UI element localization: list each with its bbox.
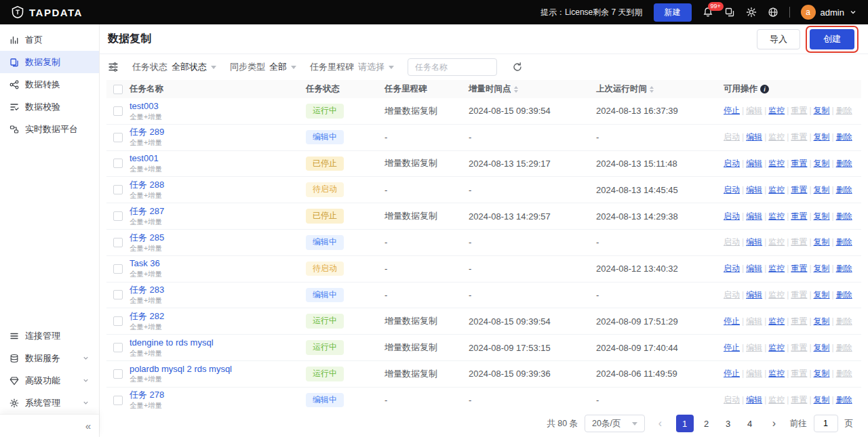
stop-action-link[interactable]: 停止 [724,369,740,378]
prev-page-button[interactable]: ‹ [652,415,669,432]
copy-action-link[interactable]: 复制 [814,237,830,247]
sidebar-item-realtime-platform[interactable]: 实时数据平台 [0,118,99,140]
delete-action-link[interactable]: 删除 [836,132,852,142]
edit-action-link[interactable]: 编辑 [746,132,762,142]
sort-icon[interactable] [650,86,654,93]
monitor-action-link[interactable]: 监控 [768,211,785,221]
edit-action-link[interactable]: 编辑 [746,211,762,221]
task-name-link[interactable]: 任务 278 [130,390,306,401]
task-name-link[interactable]: Task 36 [130,258,306,270]
sidebar-item-data-validation[interactable]: 数据校验 [0,96,99,118]
copy-action-link[interactable]: 复制 [814,211,830,221]
copy-action-link[interactable]: 复制 [814,159,830,168]
reset-action-link[interactable]: 重置 [791,264,807,273]
sidebar-item-home[interactable]: 首页 [0,28,99,51]
stop-action-link[interactable]: 停止 [724,316,740,326]
task-name-link[interactable]: 任务 287 [130,206,306,217]
goto-page-input[interactable] [814,415,838,432]
row-checkbox[interactable] [113,264,123,274]
delete-action-link[interactable]: 删除 [836,264,852,273]
task-name-link[interactable]: polardb mysql 2 rds mysql [130,364,306,375]
copy-action-link[interactable]: 复制 [814,264,830,273]
delete-action-link[interactable]: 删除 [836,237,852,247]
delete-action-link[interactable]: 删除 [836,211,852,221]
edit-action-link[interactable]: 编辑 [746,159,762,168]
user-menu[interactable]: a admin [801,5,857,20]
row-checkbox[interactable] [113,316,123,326]
sidebar-item-system[interactable]: 系统管理 [0,392,99,414]
page-1-button[interactable]: 1 [676,415,694,432]
language-globe-icon[interactable] [768,7,778,18]
workspace-windows-icon[interactable] [724,7,735,18]
row-checkbox[interactable] [113,211,123,221]
monitor-action-link[interactable]: 监控 [768,159,785,168]
edit-action-link[interactable]: 编辑 [746,395,762,404]
start-action-link[interactable]: 启动 [724,264,740,273]
delete-action-link[interactable]: 删除 [836,159,852,168]
sidebar-item-data-replication[interactable]: 数据复制 [0,51,99,73]
edit-action-link[interactable]: 编辑 [746,290,762,299]
edit-action-link[interactable]: 编辑 [746,237,762,247]
copy-action-link[interactable]: 复制 [814,316,830,326]
info-icon[interactable] [760,85,769,93]
monitor-action-link[interactable]: 监控 [768,185,785,194]
next-page-button[interactable]: › [766,415,783,432]
task-name-link[interactable]: tdengine to rds mysql [130,337,306,349]
row-checkbox[interactable] [113,106,123,116]
row-checkbox[interactable] [113,185,123,194]
sidebar-item-connections[interactable]: 连接管理 [0,325,99,347]
page-size-select[interactable]: 20条/页 [585,415,644,432]
delete-action-link[interactable]: 删除 [836,395,852,404]
import-button[interactable]: 导入 [757,29,800,49]
page-4-button[interactable]: 4 [741,415,759,432]
task-name-link[interactable]: 任务 289 [130,127,306,138]
page-3-button[interactable]: 3 [719,415,737,432]
copy-action-link[interactable]: 复制 [814,369,830,378]
monitor-action-link[interactable]: 监控 [768,264,785,273]
copy-action-link[interactable]: 复制 [814,395,830,404]
delete-action-link[interactable]: 删除 [836,185,852,194]
monitor-action-link[interactable]: 监控 [768,316,785,326]
create-button[interactable]: 创建 [810,29,854,49]
delete-action-link[interactable]: 删除 [836,290,852,299]
start-action-link[interactable]: 启动 [724,211,740,221]
start-action-link[interactable]: 启动 [724,159,740,168]
reset-action-link[interactable]: 重置 [791,185,807,194]
row-checkbox[interactable] [113,396,123,405]
start-action-link[interactable]: 启动 [724,185,740,194]
task-name-link[interactable]: 任务 288 [130,180,306,191]
sidebar-item-data-services[interactable]: 数据服务 [0,347,99,369]
page-2-button[interactable]: 2 [698,415,715,432]
milestone-filter[interactable]: 任务里程碑 请选择 [310,61,394,73]
sync-type-filter[interactable]: 同步类型 全部 [230,61,296,73]
sidebar-item-data-transform[interactable]: 数据转换 [0,73,99,96]
filter-icon[interactable] [108,62,119,72]
sidebar-collapse-button[interactable]: « [0,414,99,437]
task-name-search-input[interactable] [408,58,497,76]
refresh-button[interactable] [511,60,524,74]
copy-action-link[interactable]: 复制 [814,106,830,115]
row-checkbox[interactable] [113,133,123,142]
copy-action-link[interactable]: 复制 [814,290,830,299]
task-name-link[interactable]: test001 [130,153,306,165]
stop-action-link[interactable]: 停止 [724,343,740,352]
stop-action-link[interactable]: 停止 [724,106,740,115]
new-button[interactable]: 新建 [654,3,692,22]
settings-gear-icon[interactable] [746,7,757,18]
sidebar-item-advanced[interactable]: 高级功能 [0,369,99,392]
edit-action-link[interactable]: 编辑 [746,185,762,194]
row-checkbox[interactable] [113,369,123,379]
reset-action-link[interactable]: 重置 [791,159,807,168]
row-checkbox[interactable] [113,238,123,247]
select-all-checkbox[interactable] [113,85,123,94]
copy-action-link[interactable]: 复制 [814,132,830,142]
row-checkbox[interactable] [113,159,123,168]
sort-icon[interactable] [514,86,518,93]
task-name-link[interactable]: 任务 285 [130,232,306,244]
notification-bell-icon[interactable]: 99+ [703,7,713,18]
task-status-filter[interactable]: 任务状态 全部状态 [132,61,216,73]
edit-action-link[interactable]: 编辑 [746,264,762,273]
task-name-link[interactable]: test003 [130,101,306,112]
row-checkbox[interactable] [113,343,123,352]
monitor-action-link[interactable]: 监控 [768,369,785,378]
